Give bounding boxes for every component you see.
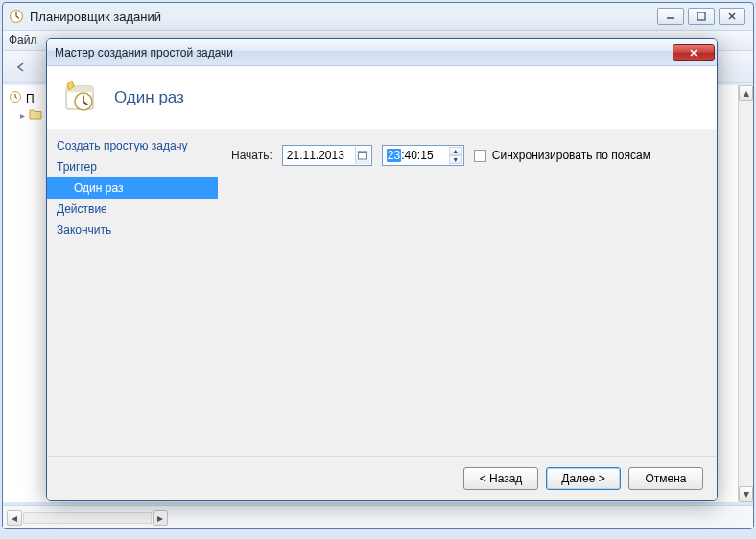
wizard-content: Начать: 21.11.2013 23:40:15 ▲ ▼ С — [218, 129, 717, 456]
wizard-title: Мастер создания простой задачи — [55, 46, 233, 59]
vertical-scrollbar[interactable]: ▴ ▾ — [738, 85, 753, 502]
nav-back-button[interactable] — [9, 55, 34, 80]
spin-down-icon[interactable]: ▼ — [449, 155, 462, 164]
scroll-right-icon[interactable]: ▸ — [153, 510, 168, 526]
expand-icon[interactable]: ▸ — [20, 110, 25, 121]
start-date-input[interactable]: 21.11.2013 — [282, 145, 372, 166]
step-create-task[interactable]: Создать простую задачу — [47, 135, 218, 156]
horizontal-scrollbar[interactable]: ◂ ▸ — [7, 510, 168, 526]
wizard-close-button[interactable] — [673, 44, 715, 61]
sync-timezones-checkbox[interactable] — [474, 150, 486, 162]
back-button[interactable]: < Назад — [463, 467, 538, 490]
time-spinner[interactable]: ▲ ▼ — [449, 147, 462, 164]
app-icon — [9, 9, 24, 24]
cancel-button[interactable]: Отмена — [628, 467, 703, 490]
start-time-input[interactable]: 23:40:15 ▲ ▼ — [382, 145, 464, 166]
time-hour-selected[interactable]: 23 — [387, 149, 401, 162]
clock-icon — [9, 90, 22, 106]
calendar-dropdown-button[interactable] — [355, 147, 370, 164]
wizard-steps: Создать простую задачу Триггер Один раз … — [47, 129, 218, 456]
wizard-header-title: Один раз — [114, 88, 184, 107]
folder-icon — [29, 108, 42, 123]
wizard-header-icon — [60, 79, 99, 117]
start-date-value: 21.11.2013 — [287, 149, 344, 162]
create-basic-task-wizard: Мастер создания простой задачи Один раз … — [46, 38, 718, 501]
scroll-up-icon[interactable]: ▴ — [739, 85, 753, 101]
wizard-titlebar[interactable]: Мастер создания простой задачи — [47, 39, 717, 66]
step-action[interactable]: Действие — [47, 199, 218, 220]
scroll-down-icon[interactable]: ▾ — [739, 486, 753, 502]
status-bar: ◂ ▸ — [3, 505, 753, 528]
menu-file[interactable]: Файл — [9, 34, 37, 47]
maximize-button[interactable] — [688, 8, 715, 25]
scrollbar-track[interactable] — [23, 512, 152, 524]
next-button[interactable]: Далее > — [546, 467, 621, 490]
svg-rect-1 — [697, 12, 705, 20]
wizard-body: Создать простую задачу Триггер Один раз … — [47, 129, 717, 456]
close-button[interactable] — [719, 8, 745, 25]
minimize-button[interactable] — [657, 8, 684, 25]
step-trigger[interactable]: Триггер — [47, 156, 218, 177]
wizard-header: Один раз — [47, 66, 717, 129]
step-finish[interactable]: Закончить — [47, 220, 218, 241]
wizard-footer: < Назад Далее > Отмена — [47, 456, 717, 500]
time-rest: :40:15 — [401, 149, 433, 162]
sync-timezones-label: Синхронизировать по поясам — [492, 149, 650, 162]
tree-root-label: П — [26, 92, 35, 105]
main-window-title: Планировщик заданий — [30, 10, 161, 24]
start-label: Начать: — [231, 149, 272, 162]
step-once[interactable]: Один раз — [47, 177, 218, 199]
main-titlebar: Планировщик заданий — [3, 3, 753, 30]
scroll-left-icon[interactable]: ◂ — [7, 510, 22, 526]
spin-up-icon[interactable]: ▲ — [449, 147, 462, 155]
